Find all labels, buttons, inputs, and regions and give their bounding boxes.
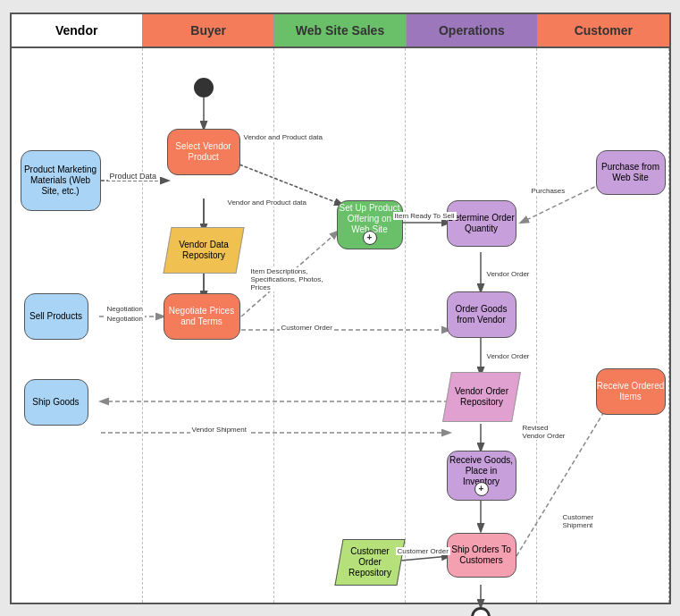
label-item-ready: Item Ready To Sell bbox=[393, 212, 457, 220]
product-marketing-box: Product Marketing Materials (Web Site, e… bbox=[21, 150, 101, 211]
label-vendor-product-data1: Vendor and Product data bbox=[242, 133, 325, 141]
diagram-area: Product Marketing Materials (Web Site, e… bbox=[12, 48, 669, 603]
negotiate-prices-box: Negotiate Prices and Terms bbox=[164, 293, 240, 340]
product-marketing-label: Product Marketing Materials (Web Site, e… bbox=[21, 165, 100, 197]
setup-product-box: Set Up Product Offering on Web Site + bbox=[337, 200, 403, 249]
label-customer-order2: Customer Order bbox=[396, 547, 450, 555]
header-websales: Web Site Sales bbox=[274, 14, 406, 46]
header-buyer: Buyer bbox=[143, 14, 274, 46]
label-negotiation1: Negotiation bbox=[105, 305, 145, 313]
select-vendor-product-box: Select Vendor Product bbox=[167, 129, 240, 175]
label-customer-order: Customer Order bbox=[280, 324, 334, 332]
ship-orders-label: Ship Orders To Customers bbox=[448, 544, 516, 566]
label-revised-vendor-order: Revised Vendor Order bbox=[521, 424, 575, 440]
lanes-container: Product Marketing Materials (Web Site, e… bbox=[12, 48, 669, 603]
label-item-descriptions: Item Descriptions, Specifications, Photo… bbox=[249, 267, 330, 291]
label-purchases: Purchases bbox=[530, 187, 567, 195]
setup-plus-icon: + bbox=[363, 231, 377, 245]
purchase-from-web-box: Purchase from Web Site bbox=[596, 150, 666, 195]
vendor-data-repo-box: Vendor Data Repository bbox=[163, 227, 244, 274]
order-goods-label: Order Goods from Vendor bbox=[448, 304, 516, 325]
label-vendor-shipment: Vendor Shipment bbox=[190, 426, 248, 434]
sell-products-label: Sell Products bbox=[29, 311, 82, 322]
customer-order-repo-box: Customer Order Repository bbox=[334, 539, 405, 586]
negotiate-prices-label: Negotiate Prices and Terms bbox=[164, 306, 239, 327]
label-negotiation2: Negotiation bbox=[105, 315, 145, 323]
header-operations: Operations bbox=[407, 14, 538, 46]
label-vendor-order2: Vendor Order bbox=[485, 352, 532, 360]
header-row: Vendor Buyer Web Site Sales Operations C… bbox=[12, 14, 669, 48]
label-vendor-order1: Vendor Order bbox=[485, 270, 532, 278]
sell-products-box: Sell Products bbox=[24, 293, 88, 340]
receive-plus-icon: + bbox=[474, 482, 489, 496]
receive-ordered-items-box: Receive Ordered Items bbox=[596, 368, 666, 415]
start-circle bbox=[194, 78, 214, 97]
vendor-order-repo-label: Vendor Order Repository bbox=[448, 386, 516, 408]
header-customer: Customer bbox=[538, 14, 668, 46]
label-customer-shipment: Customer Shipment bbox=[561, 513, 610, 529]
customer-order-repo-label: Customer Order Repository bbox=[340, 546, 400, 578]
diagram-wrapper: Vendor Buyer Web Site Sales Operations C… bbox=[10, 13, 671, 604]
ship-orders-box: Ship Orders To Customers bbox=[447, 533, 516, 578]
label-vendor-product-data2: Vendor and Product data bbox=[226, 198, 309, 207]
determine-order-qty-label: Determine Order Quantity bbox=[448, 213, 516, 234]
vendor-order-repo-box: Vendor Order Repository bbox=[442, 372, 521, 422]
vendor-data-repo-label: Vendor Data Repository bbox=[168, 240, 239, 261]
header-vendor: Vendor bbox=[12, 14, 143, 46]
ship-goods-box: Ship Goods bbox=[24, 379, 88, 426]
order-goods-box: Order Goods from Vendor bbox=[447, 291, 516, 338]
receive-goods-box: Receive Goods, Place in Inventory + bbox=[447, 451, 516, 501]
determine-order-qty-box: Determine Order Quantity bbox=[447, 200, 516, 247]
label-product-data: Product Data bbox=[108, 172, 159, 181]
receive-ordered-items-label: Receive Ordered Items bbox=[597, 381, 665, 402]
end-circle bbox=[471, 607, 491, 617]
purchase-from-web-label: Purchase from Web Site bbox=[597, 162, 665, 183]
select-vendor-label: Select Vendor Product bbox=[168, 141, 239, 163]
ship-goods-label: Ship Goods bbox=[32, 397, 79, 408]
